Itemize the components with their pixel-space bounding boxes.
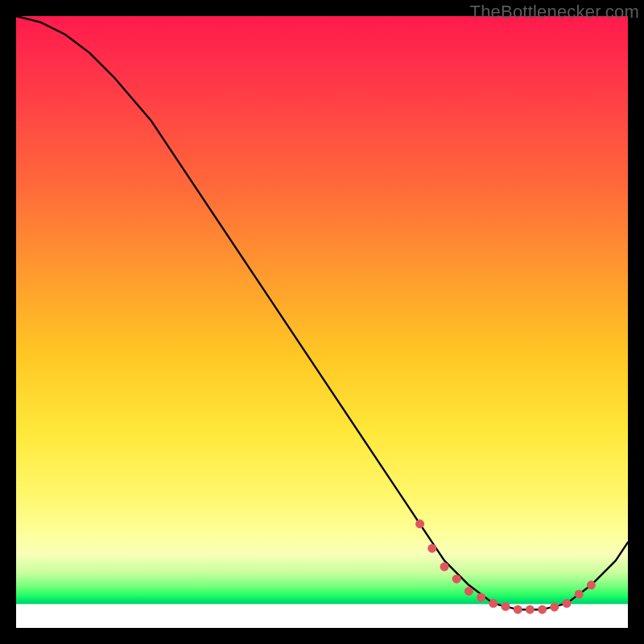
curve-dot	[452, 575, 461, 584]
curve-dot	[563, 599, 572, 608]
curve-dot	[415, 519, 424, 528]
curve-dot	[538, 605, 547, 614]
curve-dot	[575, 590, 584, 599]
curve-dot	[489, 599, 497, 608]
chart-stage: TheBottlenecker.com	[0, 0, 644, 644]
curve-dot	[526, 605, 535, 614]
curve-dot	[464, 587, 473, 596]
curve-dot	[514, 605, 522, 614]
curve-layer	[16, 16, 628, 628]
plot-area	[16, 16, 628, 628]
watermark-text: TheBottlenecker.com	[470, 2, 639, 23]
curve-dot	[587, 580, 596, 589]
curve-dot	[477, 593, 485, 602]
curve-dot	[427, 544, 436, 553]
curve-dot	[550, 603, 559, 612]
curve-dot	[502, 602, 510, 611]
bottleneck-curve	[16, 16, 628, 609]
curve-dot	[440, 563, 449, 572]
curve-dots	[415, 519, 596, 613]
